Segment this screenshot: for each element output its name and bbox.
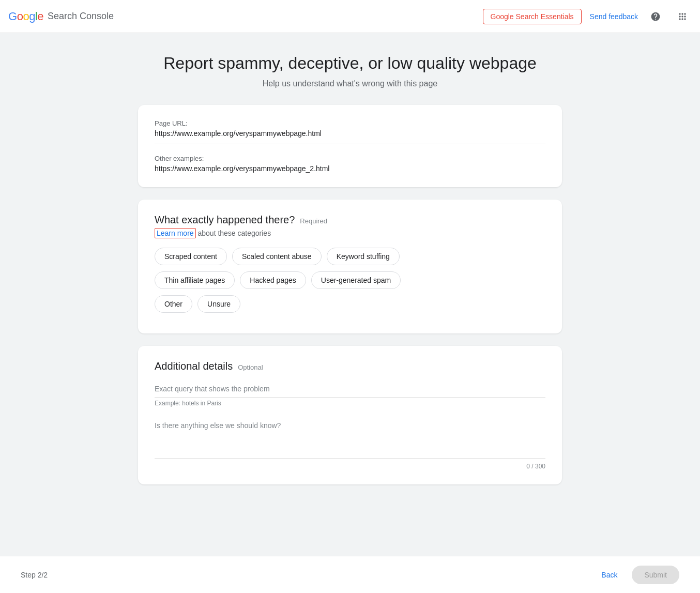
chip-keyword-stuffing[interactable]: Keyword stuffing	[327, 248, 400, 265]
back-button[interactable]: Back	[593, 567, 626, 583]
chips-row-3: Other Unsure	[155, 295, 545, 313]
chip-other[interactable]: Other	[155, 295, 192, 313]
header: Google Search Console Google Search Esse…	[0, 0, 700, 33]
logo-g2: g	[29, 10, 35, 23]
logo-e: e	[37, 10, 43, 23]
chip-unsure[interactable]: Unsure	[197, 295, 240, 313]
query-hint: Example: hotels in Paris	[155, 400, 545, 407]
help-icon[interactable]	[646, 7, 665, 26]
additional-details-card: Additional details Optional Example: hot…	[138, 346, 562, 484]
learn-more-line: Learn more about these categories	[155, 229, 545, 237]
page-url-group: Page URL: https://www.example.org/verysp…	[155, 119, 545, 144]
submit-button[interactable]: Submit	[632, 566, 679, 584]
about-text: about these categories	[197, 229, 271, 237]
chip-scraped-content[interactable]: Scraped content	[155, 248, 227, 265]
additional-title: Additional details	[155, 360, 233, 372]
required-badge: Required	[300, 217, 327, 225]
search-essentials-button[interactable]: Google Search Essentials	[483, 9, 582, 24]
chips-row-1: Scraped content Scaled content abuse Key…	[155, 248, 545, 265]
footer-buttons: Back Submit	[593, 566, 679, 584]
other-examples-value: https://www.example.org/veryspammywebpag…	[155, 164, 545, 173]
char-count: 0 / 300	[155, 463, 545, 470]
query-input[interactable]	[155, 381, 545, 398]
apps-icon[interactable]	[673, 7, 692, 26]
header-right: Google Search Essentials Send feedback	[483, 7, 692, 26]
logo-o2: o	[23, 10, 29, 23]
additional-info-textarea[interactable]	[155, 417, 545, 459]
chip-hacked-pages[interactable]: Hacked pages	[240, 271, 306, 289]
logo-o1: o	[17, 10, 23, 23]
logo-area: Google Search Console	[8, 10, 114, 23]
main-content: Report spammy, deceptive, or low quality…	[128, 33, 572, 538]
learn-more-link[interactable]: Learn more	[155, 228, 196, 238]
product-name: Search Console	[48, 11, 114, 22]
footer: Step 2/2 Back Submit	[0, 556, 700, 593]
section-title: What exactly happened there?	[155, 214, 295, 226]
page-title: Report spammy, deceptive, or low quality…	[138, 54, 562, 73]
chips-row-2: Thin affiliate pages Hacked pages User-g…	[155, 271, 545, 289]
google-logo: Google	[8, 10, 43, 23]
page-url-value: https://www.example.org/veryspammywebpag…	[155, 129, 545, 144]
what-happened-card: What exactly happened there? Required Le…	[138, 200, 562, 333]
chip-user-generated-spam[interactable]: User-generated spam	[311, 271, 401, 289]
other-examples-group: Other examples: https://www.example.org/…	[155, 155, 545, 173]
send-feedback-button[interactable]: Send feedback	[590, 12, 638, 21]
textarea-group: 0 / 300	[155, 417, 545, 470]
chip-thin-affiliate-pages[interactable]: Thin affiliate pages	[155, 271, 235, 289]
step-indicator: Step 2/2	[21, 571, 48, 579]
page-url-label: Page URL:	[155, 119, 545, 127]
chip-scaled-content-abuse[interactable]: Scaled content abuse	[232, 248, 322, 265]
query-field-group: Example: hotels in Paris	[155, 381, 545, 407]
other-examples-label: Other examples:	[155, 155, 545, 162]
optional-badge: Optional	[238, 363, 263, 371]
logo-g: G	[8, 10, 17, 23]
url-card: Page URL: https://www.example.org/verysp…	[138, 105, 562, 187]
section-header: What exactly happened there? Required	[155, 214, 545, 226]
page-subtitle: Help us understand what's wrong with thi…	[138, 79, 562, 88]
additional-section-header: Additional details Optional	[155, 360, 545, 372]
